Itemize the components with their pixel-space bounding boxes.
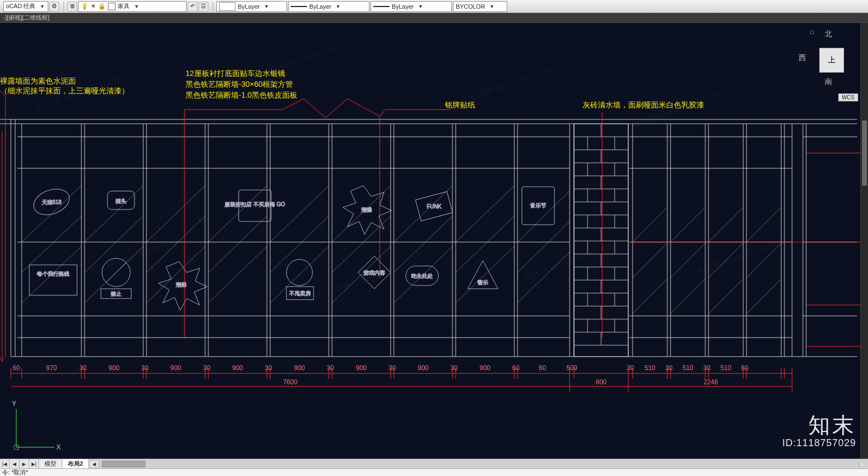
tab-model[interactable]: 模型 <box>39 459 62 468</box>
svg-line-52 <box>22 216 81 272</box>
viewcube-top[interactable]: 上 <box>819 48 844 73</box>
dim-total: 7600 <box>283 378 298 386</box>
tab-next-icon[interactable]: ▶ <box>20 459 29 468</box>
viewcube-west[interactable]: 西 <box>799 53 806 63</box>
svg-line-57 <box>146 186 205 242</box>
scrollbar-thumb[interactable] <box>862 120 867 186</box>
sun-icon: ☀ <box>91 3 96 10</box>
svg-line-72 <box>456 186 514 242</box>
dim: 510 <box>720 364 731 372</box>
dim-pier: 800 <box>596 378 607 386</box>
dim: 30 <box>703 364 711 372</box>
tab-layout2[interactable]: 布局2 <box>62 459 89 468</box>
cad-drawing: 天猫618 猫头 服装折扣店 不买后悔 GO 潮爆 FUNK 音乐节 每个我行路… <box>0 23 868 459</box>
color-swatch <box>219 2 235 11</box>
workspace-settings-icon[interactable]: ⚙ <box>49 2 59 11</box>
dim: 510 <box>644 364 655 372</box>
workspace-label: oCAD 经典 <box>6 2 35 10</box>
command-text: *取消* <box>11 468 28 476</box>
annotation: 铭牌贴纸 <box>444 100 475 109</box>
layer-properties-icon[interactable]: ≣ <box>67 2 77 11</box>
svg-line-70 <box>394 216 452 272</box>
workspace-dropdown[interactable]: oCAD 经典 ▼ <box>3 1 48 12</box>
dim: 30 <box>665 364 673 372</box>
watermark-id: ID:1118757029 <box>782 437 856 449</box>
hscroll-right-icon[interactable]: ▶ <box>858 461 868 467</box>
dim: 900 <box>356 364 367 372</box>
annotation: （细水泥抹平抹面，上三遍哑光清漆） <box>0 86 129 95</box>
color-dropdown[interactable]: ByLayer ▼ <box>216 1 287 12</box>
linetype-dropdown[interactable]: ByLayer ▼ <box>288 1 369 12</box>
tab-layout2-label: 布局2 <box>68 460 83 468</box>
decal: 服装折扣店 不买后悔 GO <box>225 201 285 207</box>
decal: 吃生此处 <box>411 273 433 279</box>
svg-line-84 <box>709 207 743 242</box>
chevron-down-icon: ▼ <box>264 4 269 9</box>
dim: 30 <box>265 364 272 372</box>
svg-line-76 <box>518 221 570 272</box>
chevron-down-icon: ▼ <box>134 4 139 9</box>
layer-dropdown[interactable]: 💡 ☀ 🔒 家具 ▼ <box>78 1 187 12</box>
tab-prev-icon[interactable]: ◀ <box>10 459 20 468</box>
watermark-brand: 知末 <box>808 410 856 440</box>
svg-line-89 <box>746 279 781 314</box>
drawing-canvas[interactable]: 知末网 www.znzmo.com 知末网 www.znzmo.com 知末网 … <box>0 23 868 459</box>
decal: 不甩卖房 <box>289 290 311 296</box>
annotation: 裸露墙面为素色水泥面 <box>0 77 76 85</box>
dim: 30 <box>141 364 149 372</box>
layer-states-icon[interactable]: ☰ <box>199 2 208 11</box>
horizontal-scrollbar[interactable]: ◀ ▶ <box>89 459 868 468</box>
lineweight-dropdown[interactable]: ByLayer ▼ <box>371 1 452 12</box>
viewcube-south[interactable]: 南 <box>825 77 832 87</box>
decal: 每个我行路线 <box>37 271 69 277</box>
svg-line-83 <box>671 279 705 314</box>
viewport-label-bar[interactable]: -][俯视][二维线框] <box>0 13 868 23</box>
layer-previous-icon[interactable]: ↶ <box>188 2 197 11</box>
dim-right: 2248 <box>704 378 718 386</box>
lineweight-preview <box>373 6 390 7</box>
ucs-y-label: Y <box>12 400 16 408</box>
lock-icon: 🔒 <box>98 3 106 10</box>
viewcube[interactable]: ⌂ 北 西 南 上 <box>793 27 858 92</box>
layout-tab-bar: |◀ ◀ ▶ ▶| 模型 布局2 ◀ ▶ <box>0 459 868 468</box>
wcs-badge[interactable]: WCS <box>838 93 858 101</box>
svg-line-51 <box>22 186 81 242</box>
decal: 音乐节 <box>530 202 546 208</box>
tab-model-label: 模型 <box>44 460 56 468</box>
decal: 警示 <box>477 280 488 285</box>
svg-line-80 <box>633 279 667 314</box>
dim: 60 <box>12 364 20 372</box>
tab-first-icon[interactable]: |◀ <box>0 459 10 468</box>
svg-line-63 <box>270 186 329 242</box>
tab-last-icon[interactable]: ▶| <box>29 459 39 468</box>
svg-line-61 <box>208 216 267 272</box>
svg-line-141 <box>106 263 126 282</box>
dim: 60 <box>741 364 749 372</box>
home-icon[interactable]: ⌂ <box>809 27 814 36</box>
dim: 970 <box>46 364 57 372</box>
vertical-scrollbar[interactable] <box>860 23 868 459</box>
svg-point-144 <box>286 259 312 285</box>
chevron-down-icon: ▼ <box>336 4 341 9</box>
decal: 潮爆 <box>176 282 187 288</box>
hscroll-thumb[interactable] <box>102 461 145 467</box>
svg-line-75 <box>518 191 570 242</box>
plotstyle-label: ByLayer <box>392 3 413 10</box>
svg-line-78 <box>633 207 667 242</box>
dim: 30 <box>203 364 210 372</box>
svg-line-62 <box>208 246 267 303</box>
annotation: 灰砖清水墙，面刷哑面米白色乳胶漆 <box>583 100 704 109</box>
chevron-down-icon: ▼ <box>40 4 44 9</box>
svg-line-86 <box>709 279 743 314</box>
bycolor-dropdown[interactable]: BYCOLOR ▼ <box>453 1 507 12</box>
dim: 900 <box>294 364 305 372</box>
svg-line-59 <box>146 246 205 303</box>
command-line[interactable]: 令: *取消* <box>0 468 868 476</box>
viewcube-north[interactable]: 北 <box>825 29 832 39</box>
decal: 游戏内容 <box>363 270 385 276</box>
hscroll-left-icon[interactable]: ◀ <box>89 461 99 467</box>
svg-line-66 <box>332 186 391 242</box>
svg-line-81 <box>671 207 705 242</box>
chevron-down-icon: ▼ <box>418 4 423 9</box>
svg-line-85 <box>709 243 743 278</box>
